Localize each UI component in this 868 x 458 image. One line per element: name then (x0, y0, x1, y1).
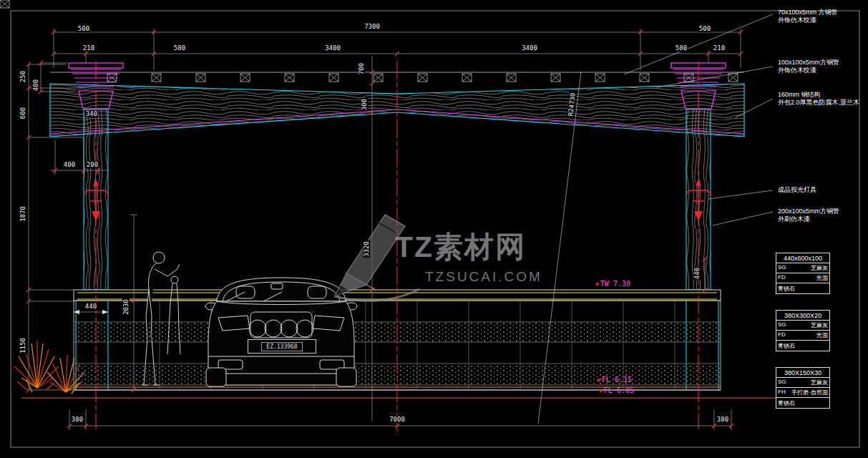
dim-440-left: 440 (84, 303, 97, 310)
x-brace-icon (374, 74, 383, 82)
x-brace-icon (462, 74, 472, 82)
material-table-3: 380X150X30 SG芝麻灰 FH手打磨·自然面 黄锈石 (776, 367, 830, 409)
level-tw: ▼TW 7.30 (595, 281, 630, 288)
table-size: 440x600x100 (776, 253, 829, 263)
watermark-domain: TZSUCAI.COM (425, 269, 542, 285)
dim-top-500-left: 500 (77, 25, 90, 32)
dim-300: 300 (361, 98, 368, 111)
dim-top-500-right: 500 (698, 25, 711, 32)
x-brace-icon (595, 74, 605, 82)
dim-bottom-7000: 7000 (389, 416, 406, 423)
x-brace-icon (196, 74, 205, 82)
dim-340: 340 (85, 110, 98, 117)
dim-200-horiz: 200 (86, 161, 99, 168)
dim-210-left: 210 (82, 44, 95, 52)
x-brace-icon (507, 74, 516, 82)
x-brace-icon (551, 74, 560, 82)
x-brace-icon (152, 74, 161, 82)
dim-210-right: 210 (713, 44, 726, 52)
dim-400-horiz: 400 (63, 161, 76, 168)
dim-3400-right: 3400 (521, 44, 538, 52)
table-size: 380X300X20 (776, 311, 829, 321)
x-brace-icon (640, 74, 649, 82)
watermark-title: TZ素材网 (395, 228, 526, 267)
dim-bottom-380-left: 380 (71, 416, 84, 423)
dim-2030: 2030 (122, 298, 130, 316)
material-table-1: 440x600x100 SG芝麻灰 FD光面 黄锈石 (776, 253, 830, 294)
dim-600: 600 (19, 107, 26, 120)
wheel (336, 368, 356, 386)
material-table-2: 380X300X20 SG芝麻灰 FD光面 黄锈石 (776, 310, 830, 351)
dim-bottom-380-right: 380 (716, 416, 729, 423)
cad-drawing-canvas: 500 7300 500 210 580 3400 3400 580 210 2… (0, 0, 868, 458)
dim-580-right: 580 (675, 44, 688, 52)
dim-400-vert: 400 (32, 79, 39, 92)
level-triangle-icon: ▼ (597, 377, 600, 384)
level-triangle-icon: ▼ (599, 388, 603, 394)
license-plate: EZ.133968 (248, 339, 316, 354)
table-size: 380X150X30 (776, 368, 829, 378)
dim-580-left: 580 (173, 44, 186, 52)
x-brace-icon (285, 74, 294, 82)
car (205, 278, 357, 386)
annotation-steel-structure: 160mm 钢结构外包2.0厚黑色防腐木,菠兰木 (778, 91, 867, 107)
level-triangle-icon: ▼ (595, 281, 599, 288)
dim-top-7300: 7300 (364, 23, 381, 30)
wheel (206, 368, 226, 386)
x-brace-icon (329, 74, 338, 82)
annotation-light-fixture: 成品投光灯具 (778, 186, 867, 194)
x-brace-icon (240, 74, 250, 82)
level-fl-upper: ▼FL 6.15 (597, 376, 632, 384)
dim-440-right: 440 (693, 267, 701, 280)
x-brace-icon (728, 74, 738, 82)
dim-3320: 3320 (363, 240, 370, 258)
dim-1150: 1150 (19, 337, 26, 354)
seat-wall (21, 290, 776, 398)
dim-250: 250 (19, 70, 26, 83)
x-brace-icon (418, 74, 427, 82)
annotation-steel-tube-70: 70x100x5mm 方钢管外饰仿木纹漆 (778, 9, 867, 24)
annotation-steel-tube-100: 100x100x5mm方钢管外饰仿木纹漆 (778, 59, 867, 74)
level-fl-lower: ▼FL 6.05 (599, 387, 634, 395)
dim-1870: 1870 (19, 205, 26, 223)
dim-700: 700 (358, 62, 365, 75)
dim-3400-left: 3400 (324, 44, 341, 52)
annotation-steel-tube-200: 200x100x5mm方钢管外刷仿木漆 (778, 208, 867, 223)
